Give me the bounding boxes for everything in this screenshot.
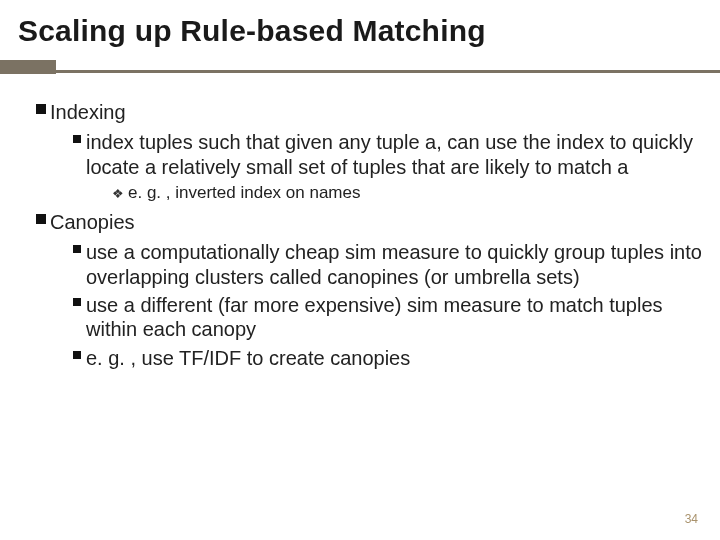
square-bullet-icon: [68, 293, 86, 342]
subbullet-canopies-1: use a computationally cheap sim measure …: [68, 240, 702, 289]
subbullet-indexing-1: index tuples such that given any tuple a…: [68, 130, 702, 179]
square-bullet-icon: [68, 130, 86, 179]
slide-title: Scaling up Rule-based Matching: [18, 14, 702, 48]
slide-body: Indexing index tuples such that given an…: [18, 100, 702, 370]
svg-rect-0: [36, 104, 46, 114]
subbullet-text: index tuples such that given any tuple a…: [86, 130, 702, 179]
detail-indexing-1: ❖ e. g. , inverted index on names: [108, 183, 702, 204]
diamond-bullet-icon: ❖: [108, 183, 128, 204]
svg-rect-3: [73, 245, 81, 253]
square-bullet-icon: [32, 100, 50, 124]
page-number: 34: [685, 512, 698, 526]
detail-text: e. g. , inverted index on names: [128, 183, 702, 204]
bullet-text: Indexing: [50, 100, 702, 124]
square-bullet-icon: [68, 240, 86, 289]
svg-rect-2: [36, 214, 46, 224]
bullet-text: Canopies: [50, 210, 702, 234]
subbullet-text: use a computationally cheap sim measure …: [86, 240, 702, 289]
square-bullet-icon: [32, 210, 50, 234]
title-rule: [0, 60, 720, 74]
subbullet-canopies-2: use a different (far more expensive) sim…: [68, 293, 702, 342]
bullet-indexing: Indexing: [32, 100, 702, 124]
svg-rect-4: [73, 298, 81, 306]
subbullet-text: use a different (far more expensive) sim…: [86, 293, 702, 342]
svg-rect-5: [73, 351, 81, 359]
slide: Scaling up Rule-based Matching Indexing …: [0, 0, 720, 540]
svg-rect-1: [73, 135, 81, 143]
square-bullet-icon: [68, 346, 86, 370]
subbullet-canopies-3: e. g. , use TF/IDF to create canopies: [68, 346, 702, 370]
bullet-canopies: Canopies: [32, 210, 702, 234]
subbullet-text: e. g. , use TF/IDF to create canopies: [86, 346, 702, 370]
